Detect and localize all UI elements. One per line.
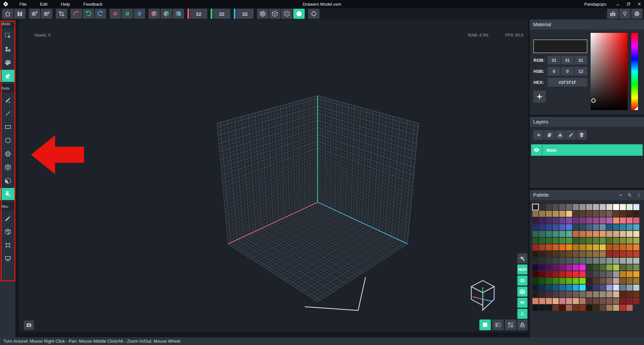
palette-swatch[interactable] xyxy=(606,211,612,217)
palette-swatch[interactable] xyxy=(559,285,565,291)
palette-swatch[interactable] xyxy=(593,244,599,250)
palette-swatch[interactable] xyxy=(559,204,565,210)
single-view-button[interactable] xyxy=(479,319,491,330)
palette-swatch[interactable] xyxy=(553,305,559,311)
settings-gear-icon[interactable] xyxy=(631,9,643,19)
palette-swatch[interactable] xyxy=(546,217,552,224)
palette-swatch[interactable] xyxy=(559,244,565,250)
palette-swatch[interactable] xyxy=(593,224,599,230)
select-mode-button[interactable] xyxy=(0,30,15,42)
palette-swatch[interactable] xyxy=(620,278,626,284)
box-tool-button[interactable] xyxy=(0,161,15,173)
palette-swatch[interactable] xyxy=(627,251,633,257)
minimize-icon[interactable] xyxy=(615,1,620,7)
palette-swatch[interactable] xyxy=(633,217,639,224)
palette-swatch[interactable] xyxy=(559,271,565,277)
palette-swatch[interactable] xyxy=(559,278,565,284)
paint-mode-button[interactable] xyxy=(0,56,15,68)
perspective-button[interactable] xyxy=(517,319,527,330)
palette-swatch[interactable] xyxy=(586,258,592,264)
palette-swatch[interactable] xyxy=(566,264,572,270)
palette-swatch[interactable] xyxy=(579,258,586,264)
palette-swatch[interactable] xyxy=(627,258,633,264)
mirror-x-cube-icon[interactable] xyxy=(148,9,160,19)
palette-swatch[interactable] xyxy=(633,238,639,244)
palette-swatch[interactable] xyxy=(566,231,572,237)
palette-swatch[interactable] xyxy=(579,204,586,210)
palette-swatch[interactable] xyxy=(532,271,539,277)
palette-swatch[interactable] xyxy=(633,278,639,284)
sv-cursor[interactable] xyxy=(591,98,596,103)
palette-swatch[interactable] xyxy=(586,251,592,257)
palette-swatch[interactable] xyxy=(586,271,592,277)
palette-swatch[interactable] xyxy=(539,231,545,237)
palette-swatch[interactable] xyxy=(559,231,565,237)
palette-swatch[interactable] xyxy=(627,231,633,237)
home-icon[interactable] xyxy=(2,9,13,19)
palette-swatch[interactable] xyxy=(566,305,572,311)
palette-swatch[interactable] xyxy=(532,258,539,264)
palette-swatch[interactable] xyxy=(627,285,633,291)
quad-view-button[interactable] xyxy=(505,319,516,330)
rectangle-tool-button[interactable] xyxy=(0,121,15,133)
hsb-h-field[interactable]: 0 xyxy=(548,67,560,76)
palette-swatch[interactable] xyxy=(586,204,592,210)
palette-swatch[interactable] xyxy=(573,217,579,224)
palette-swatch[interactable] xyxy=(553,217,559,224)
palette-swatch[interactable] xyxy=(606,271,612,277)
palette-swatch[interactable] xyxy=(579,285,586,291)
palette-swatch[interactable] xyxy=(532,217,539,224)
palette-swatch[interactable] xyxy=(532,211,539,217)
split-view-button[interactable] xyxy=(492,319,504,330)
overlap-circles-button[interactable] xyxy=(517,276,527,286)
palette-swatch[interactable] xyxy=(579,217,586,224)
palette-swatch[interactable] xyxy=(573,298,579,304)
palette-swatch[interactable] xyxy=(627,298,633,304)
resize-crop-icon[interactable] xyxy=(56,9,67,19)
layer-row-main[interactable]: Main xyxy=(531,144,643,156)
palette-swatch[interactable] xyxy=(600,238,606,244)
palette-swatch[interactable] xyxy=(579,291,586,297)
palette-swatch[interactable] xyxy=(633,231,639,237)
rgb-r-field[interactable]: 31 xyxy=(548,56,560,64)
palette-swatch[interactable] xyxy=(553,298,559,304)
erase-mode-button[interactable] xyxy=(0,70,15,82)
palette-swatch[interactable] xyxy=(600,271,606,277)
palette-swatch[interactable] xyxy=(600,251,606,257)
palette-swatch[interactable] xyxy=(579,224,586,230)
merge-layer-icon[interactable] xyxy=(555,130,565,140)
palette-swatch[interactable] xyxy=(606,244,612,250)
palette-swatch[interactable] xyxy=(539,264,545,270)
palette-swatch[interactable] xyxy=(613,298,619,304)
add-layer-icon[interactable] xyxy=(533,130,544,140)
render-quality-button[interactable]: HIGH xyxy=(517,264,527,275)
palette-swatch[interactable] xyxy=(620,285,626,291)
palette-swatch[interactable] xyxy=(606,258,612,264)
palette-swatch[interactable] xyxy=(627,217,633,224)
palette-swatch[interactable] xyxy=(532,285,539,291)
palette-swatch[interactable] xyxy=(613,264,619,270)
face-tool-button[interactable] xyxy=(0,175,15,187)
tips-bulb-icon[interactable] xyxy=(619,9,631,19)
palette-swatch[interactable] xyxy=(620,258,626,264)
palette-swatch[interactable] xyxy=(593,298,599,304)
palette-swatch[interactable] xyxy=(566,204,572,210)
palette-swatch[interactable] xyxy=(539,278,545,284)
palette-swatch[interactable] xyxy=(613,224,619,230)
palette-swatch[interactable] xyxy=(573,238,579,244)
palette-swatch[interactable] xyxy=(566,291,572,297)
palette-swatch[interactable] xyxy=(546,278,552,284)
rotate-y-icon[interactable] xyxy=(83,9,94,19)
palette-swatch[interactable] xyxy=(633,258,639,264)
menu-edit[interactable]: Edit xyxy=(40,2,55,7)
grid-walls-button[interactable] xyxy=(517,287,527,297)
palette-swatch[interactable] xyxy=(546,244,552,250)
palette-swatch[interactable] xyxy=(546,231,552,237)
zoom-in-icon[interactable] xyxy=(627,193,632,198)
import-model-icon[interactable] xyxy=(41,9,52,19)
palette-swatch[interactable] xyxy=(539,258,545,264)
palette-swatch[interactable] xyxy=(566,271,572,277)
palette-swatch[interactable] xyxy=(586,264,592,270)
voxel-grid-scene[interactable] xyxy=(251,120,385,254)
palette-swatch[interactable] xyxy=(539,251,545,257)
